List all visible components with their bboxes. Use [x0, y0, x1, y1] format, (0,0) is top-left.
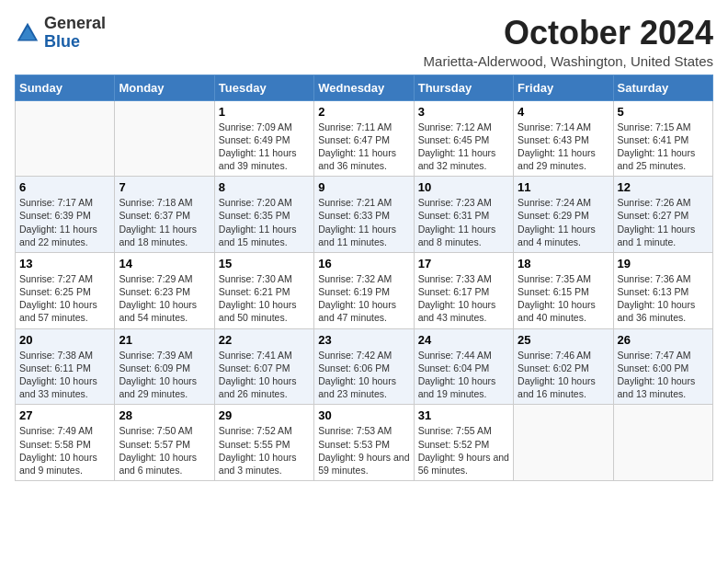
calendar-cell: 24Sunrise: 7:44 AMSunset: 6:04 PMDayligh… — [414, 328, 513, 405]
calendar-cell: 25Sunrise: 7:46 AMSunset: 6:02 PMDayligh… — [514, 328, 613, 405]
calendar-body: 1Sunrise: 7:09 AMSunset: 6:49 PMDaylight… — [16, 100, 713, 480]
day-number: 5 — [618, 105, 709, 119]
calendar-cell: 13Sunrise: 7:27 AMSunset: 6:25 PMDayligh… — [16, 252, 115, 328]
day-info: Sunrise: 7:52 AMSunset: 5:55 PMDaylight:… — [219, 424, 310, 477]
day-info: Sunrise: 7:36 AMSunset: 6:13 PMDaylight:… — [618, 272, 709, 325]
calendar-cell: 29Sunrise: 7:52 AMSunset: 5:55 PMDayligh… — [214, 405, 313, 481]
day-number: 3 — [418, 105, 509, 119]
day-info: Sunrise: 7:27 AMSunset: 6:25 PMDaylight:… — [19, 272, 110, 325]
day-number: 18 — [518, 257, 609, 270]
title-area: October 2024 Marietta-Alderwood, Washing… — [424, 15, 713, 69]
day-info: Sunrise: 7:49 AMSunset: 5:58 PMDaylight:… — [19, 424, 110, 477]
day-number: 20 — [19, 333, 110, 347]
calendar-cell: 19Sunrise: 7:36 AMSunset: 6:13 PMDayligh… — [613, 252, 712, 328]
day-info: Sunrise: 7:24 AMSunset: 6:29 PMDaylight:… — [518, 196, 609, 248]
calendar-cell — [514, 405, 613, 481]
day-info: Sunrise: 7:29 AMSunset: 6:23 PMDaylight:… — [119, 272, 210, 325]
day-info: Sunrise: 7:35 AMSunset: 6:15 PMDaylight:… — [518, 272, 609, 325]
weekday-header-friday: Friday — [514, 75, 613, 100]
calendar-cell — [16, 100, 115, 177]
day-number: 10 — [418, 180, 509, 194]
day-info: Sunrise: 7:20 AMSunset: 6:35 PMDaylight:… — [219, 196, 310, 248]
day-info: Sunrise: 7:41 AMSunset: 6:07 PMDaylight:… — [219, 349, 310, 401]
calendar-cell: 7Sunrise: 7:18 AMSunset: 6:37 PMDaylight… — [115, 177, 214, 253]
day-info: Sunrise: 7:18 AMSunset: 6:37 PMDaylight:… — [119, 196, 210, 248]
calendar-cell — [115, 100, 214, 177]
calendar-cell: 15Sunrise: 7:30 AMSunset: 6:21 PMDayligh… — [214, 252, 313, 328]
calendar-cell: 3Sunrise: 7:12 AMSunset: 6:45 PMDaylight… — [414, 100, 513, 177]
calendar-cell: 4Sunrise: 7:14 AMSunset: 6:43 PMDaylight… — [514, 100, 613, 177]
calendar-cell: 16Sunrise: 7:32 AMSunset: 6:19 PMDayligh… — [314, 252, 414, 328]
day-number: 31 — [418, 408, 509, 422]
calendar-cell: 2Sunrise: 7:11 AMSunset: 6:47 PMDaylight… — [314, 100, 414, 177]
day-number: 26 — [618, 333, 709, 347]
day-info: Sunrise: 7:14 AMSunset: 6:43 PMDaylight:… — [518, 121, 609, 173]
day-info: Sunrise: 7:32 AMSunset: 6:19 PMDaylight:… — [318, 272, 409, 325]
calendar-cell: 30Sunrise: 7:53 AMSunset: 5:53 PMDayligh… — [314, 405, 414, 481]
calendar-cell: 31Sunrise: 7:55 AMSunset: 5:52 PMDayligh… — [414, 405, 513, 481]
month-title: October 2024 — [424, 15, 713, 52]
day-number: 28 — [119, 408, 210, 422]
calendar-cell: 23Sunrise: 7:42 AMSunset: 6:06 PMDayligh… — [314, 328, 414, 405]
day-number: 8 — [219, 180, 310, 194]
weekday-header-tuesday: Tuesday — [214, 75, 313, 100]
calendar-cell: 18Sunrise: 7:35 AMSunset: 6:15 PMDayligh… — [514, 252, 613, 328]
weekday-header-thursday: Thursday — [414, 75, 513, 100]
day-number: 16 — [318, 257, 409, 270]
calendar-table: SundayMondayTuesdayWednesdayThursdayFrid… — [15, 75, 713, 481]
day-number: 23 — [318, 333, 409, 347]
calendar-cell: 20Sunrise: 7:38 AMSunset: 6:11 PMDayligh… — [16, 328, 115, 405]
weekday-header-monday: Monday — [115, 75, 214, 100]
location-subtitle: Marietta-Alderwood, Washington, United S… — [424, 53, 713, 69]
day-info: Sunrise: 7:39 AMSunset: 6:09 PMDaylight:… — [119, 349, 210, 401]
calendar-week-row: 6Sunrise: 7:17 AMSunset: 6:39 PMDaylight… — [16, 177, 713, 253]
weekday-header-sunday: Sunday — [16, 75, 115, 100]
day-info: Sunrise: 7:09 AMSunset: 6:49 PMDaylight:… — [219, 121, 310, 173]
day-info: Sunrise: 7:11 AMSunset: 6:47 PMDaylight:… — [318, 121, 409, 173]
day-number: 30 — [318, 408, 409, 422]
calendar-cell: 10Sunrise: 7:23 AMSunset: 6:31 PMDayligh… — [414, 177, 513, 253]
day-info: Sunrise: 7:12 AMSunset: 6:45 PMDaylight:… — [418, 121, 509, 173]
logo: General Blue — [15, 15, 106, 52]
day-info: Sunrise: 7:42 AMSunset: 6:06 PMDaylight:… — [318, 349, 409, 401]
day-number: 11 — [518, 180, 609, 194]
calendar-cell: 21Sunrise: 7:39 AMSunset: 6:09 PMDayligh… — [115, 328, 214, 405]
calendar-week-row: 13Sunrise: 7:27 AMSunset: 6:25 PMDayligh… — [16, 252, 713, 328]
calendar-cell: 9Sunrise: 7:21 AMSunset: 6:33 PMDaylight… — [314, 177, 414, 253]
day-info: Sunrise: 7:33 AMSunset: 6:17 PMDaylight:… — [418, 272, 509, 325]
calendar-cell: 22Sunrise: 7:41 AMSunset: 6:07 PMDayligh… — [214, 328, 313, 405]
day-info: Sunrise: 7:47 AMSunset: 6:00 PMDaylight:… — [618, 349, 709, 401]
day-info: Sunrise: 7:26 AMSunset: 6:27 PMDaylight:… — [618, 196, 709, 248]
logo-text: General Blue — [44, 15, 106, 52]
day-info: Sunrise: 7:23 AMSunset: 6:31 PMDaylight:… — [418, 196, 509, 248]
calendar-week-row: 27Sunrise: 7:49 AMSunset: 5:58 PMDayligh… — [16, 405, 713, 481]
logo-icon — [15, 20, 40, 46]
calendar-cell: 8Sunrise: 7:20 AMSunset: 6:35 PMDaylight… — [214, 177, 313, 253]
day-info: Sunrise: 7:53 AMSunset: 5:53 PMDaylight:… — [318, 424, 409, 477]
calendar-cell — [613, 405, 712, 481]
day-info: Sunrise: 7:21 AMSunset: 6:33 PMDaylight:… — [318, 196, 409, 248]
weekday-header-saturday: Saturday — [613, 75, 712, 100]
day-info: Sunrise: 7:38 AMSunset: 6:11 PMDaylight:… — [19, 349, 110, 401]
day-number: 15 — [219, 257, 310, 270]
calendar-cell: 27Sunrise: 7:49 AMSunset: 5:58 PMDayligh… — [16, 405, 115, 481]
calendar-cell: 11Sunrise: 7:24 AMSunset: 6:29 PMDayligh… — [514, 177, 613, 253]
calendar-cell: 12Sunrise: 7:26 AMSunset: 6:27 PMDayligh… — [613, 177, 712, 253]
day-number: 6 — [19, 180, 110, 194]
day-number: 19 — [618, 257, 709, 270]
day-info: Sunrise: 7:30 AMSunset: 6:21 PMDaylight:… — [219, 272, 310, 325]
day-info: Sunrise: 7:50 AMSunset: 5:57 PMDaylight:… — [119, 424, 210, 477]
day-info: Sunrise: 7:15 AMSunset: 6:41 PMDaylight:… — [618, 121, 709, 173]
day-number: 25 — [518, 333, 609, 347]
day-number: 21 — [119, 333, 210, 347]
day-number: 1 — [219, 105, 310, 119]
day-number: 27 — [19, 408, 110, 422]
calendar-cell: 26Sunrise: 7:47 AMSunset: 6:00 PMDayligh… — [613, 328, 712, 405]
day-number: 29 — [219, 408, 310, 422]
day-number: 9 — [318, 180, 409, 194]
calendar-week-row: 1Sunrise: 7:09 AMSunset: 6:49 PMDaylight… — [16, 100, 713, 177]
day-number: 22 — [219, 333, 310, 347]
day-number: 12 — [618, 180, 709, 194]
calendar-cell: 5Sunrise: 7:15 AMSunset: 6:41 PMDaylight… — [613, 100, 712, 177]
day-number: 17 — [418, 257, 509, 270]
